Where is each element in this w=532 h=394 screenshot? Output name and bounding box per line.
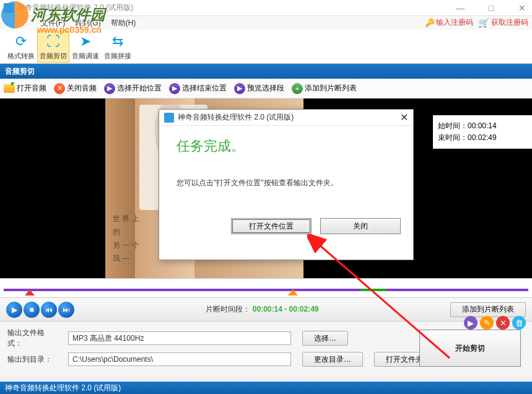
list-trash-icon[interactable]: 🗑: [512, 316, 526, 330]
play-bar: ▶ ■ ⏮ ⏭ 片断时间段： 00:00:14 - 00:02:49 添加到片断…: [0, 298, 532, 322]
close-audio-icon: ✕: [54, 83, 65, 94]
start-time-value: 00:00:14: [468, 121, 497, 130]
speed-label: 音频调速: [72, 51, 99, 61]
list-tools: ▶ ✎ ✕ 🗑: [464, 316, 526, 330]
select-start-button[interactable]: ▶ 选择开始位置: [104, 83, 162, 94]
end-time-value: 00:02:49: [468, 133, 497, 142]
dialog-body-text: 您可以点击"打开文件位置"按钮查看输出文件夹。: [177, 178, 396, 188]
select-end-label: 选择结束位置: [182, 83, 227, 94]
splice-icon: ⇆: [109, 33, 126, 50]
dialog-close-button[interactable]: 关闭: [320, 218, 401, 234]
add-segment-label: 添加到片断列表: [462, 304, 514, 315]
enter-reg-code-link[interactable]: 🔑 输入注册码: [425, 17, 473, 28]
open-audio-button[interactable]: 打开音频: [4, 83, 46, 94]
open-file-location-button[interactable]: 打开文件位置: [231, 218, 312, 234]
menu-file[interactable]: 文件(F): [37, 17, 69, 30]
status-bar: 神奇音频转换处理软件 2.0 (试用版): [0, 382, 532, 394]
start-cut-label: 开始剪切: [455, 343, 485, 354]
play-button[interactable]: ▶: [6, 302, 22, 318]
format-label: 输出文件格式：: [7, 328, 57, 349]
output-dir-label: 输出到目录：: [7, 354, 57, 365]
end-marker[interactable]: [288, 289, 298, 296]
crop-icon: ⛶: [45, 33, 62, 50]
key-icon: 🔑: [425, 19, 434, 27]
stop-button[interactable]: ■: [24, 302, 40, 318]
change-dir-button[interactable]: 更改目录…: [302, 352, 363, 367]
section-title: 音频剪切: [5, 66, 35, 77]
splice-label: 音频拼接: [104, 51, 131, 61]
cut-label: 音频剪切: [40, 51, 67, 61]
preview-button[interactable]: ▶ 预览选择段: [234, 83, 284, 94]
menu-goto[interactable]: 转到(G): [71, 17, 104, 30]
dialog-close-icon[interactable]: ✕: [400, 112, 408, 123]
start-time-label: 始时间：: [438, 121, 468, 130]
start-pos-icon: ▶: [104, 83, 115, 94]
timeline[interactable]: [0, 278, 532, 298]
format-value: MP3 高品质 44100Hz: [68, 331, 291, 345]
menu-help[interactable]: 帮助(H): [107, 17, 140, 30]
add-icon: +: [292, 83, 303, 94]
dialog-close-label: 关闭: [353, 221, 368, 232]
minimize-button[interactable]: —: [454, 2, 466, 14]
next-button[interactable]: ⏭: [58, 302, 74, 318]
start-marker[interactable]: [25, 289, 35, 296]
open-location-label: 打开文件位置: [249, 221, 294, 232]
speed-icon: ➤: [77, 33, 94, 50]
timeline-track: [4, 289, 528, 291]
enter-reg-label: 输入注册码: [436, 17, 473, 28]
dialog-app-icon: [164, 113, 174, 123]
cart-icon: 🛒: [478, 18, 489, 28]
list-edit-icon[interactable]: ✎: [480, 316, 494, 330]
range-label: 片断时间段: [206, 305, 243, 313]
title-bar: 神奇音频转换处理软件 2.0 (试用版) — □ ✕: [0, 0, 532, 16]
end-time-label: 束时间：: [438, 133, 468, 142]
range-value: 00:00:14 - 00:02:49: [253, 305, 319, 313]
dialog-title: 神奇音频转换处理软件 2.0 (试用版): [178, 112, 400, 123]
get-reg-code-link[interactable]: 🛒 获取注册码: [478, 17, 528, 28]
list-delete-icon[interactable]: ✕: [496, 316, 510, 330]
get-reg-label: 获取注册码: [491, 17, 528, 28]
tool-audio-speed[interactable]: ➤ 音频调速: [69, 30, 102, 63]
open-audio-label: 打开音频: [17, 83, 46, 94]
dialog-titlebar: 神奇音频转换处理软件 2.0 (试用版) ✕: [159, 110, 413, 126]
add-to-list-button[interactable]: + 添加到片断列表: [292, 83, 357, 94]
convert-label: 格式转换: [7, 51, 35, 61]
folder-open-icon: [4, 84, 15, 93]
select-end-button[interactable]: ▶ 选择结束位置: [169, 83, 227, 94]
preview-label: 预览选择段: [247, 83, 284, 94]
format-select-button[interactable]: 选择…: [302, 331, 348, 346]
convert-icon: ⟳: [12, 33, 30, 50]
main-toolbar: ⟳ 格式转换 ⛶ 音频剪切 ➤ 音频调速 ⇆ 音频拼接: [0, 30, 532, 64]
tool-format-convert[interactable]: ⟳ 格式转换: [5, 30, 37, 63]
end-pos-icon: ▶: [169, 83, 180, 94]
dialog-heading: 任务完成。: [177, 137, 396, 155]
tool-audio-splice[interactable]: ⇆ 音频拼接: [102, 30, 134, 63]
prev-button[interactable]: ⏮: [41, 302, 57, 318]
album-caption: 世 界 上 的 另 一 个 我 —: [113, 212, 139, 266]
output-dir-value: C:\Users\pc\Documents\: [68, 352, 291, 366]
window-title: 神奇音频转换处理软件 2.0 (试用版): [17, 2, 454, 13]
preview-icon: ▶: [234, 83, 245, 94]
list-play-icon[interactable]: ▶: [464, 316, 477, 330]
segment-info-panel: 始时间：00:00:14 束时间：00:02:49: [433, 115, 532, 149]
add-to-list-label: 添加到片断列表: [305, 83, 357, 94]
action-bar: 打开音频 ✕ 关闭音频 ▶ 选择开始位置 ▶ 选择结束位置 ▶ 预览选择段 + …: [0, 79, 532, 98]
close-audio-label: 关闭音频: [67, 83, 97, 94]
task-complete-dialog: 神奇音频转换处理软件 2.0 (试用版) ✕ 任务完成。 您可以点击"打开文件位…: [159, 109, 414, 260]
status-text: 神奇音频转换处理软件 2.0 (试用版): [5, 383, 121, 393]
tool-audio-cut[interactable]: ⛶ 音频剪切: [37, 30, 69, 63]
maximize-button[interactable]: □: [485, 2, 497, 14]
close-audio-button[interactable]: ✕ 关闭音频: [54, 83, 97, 94]
select-start-label: 选择开始位置: [117, 83, 162, 94]
section-header: 音频剪切: [0, 64, 532, 79]
start-cut-button[interactable]: 开始剪切: [419, 330, 521, 367]
app-icon: [4, 3, 14, 13]
range-display: 片断时间段： 00:00:14 - 00:02:49: [83, 304, 442, 315]
add-segment-button[interactable]: 添加到片断列表: [450, 302, 526, 317]
close-button[interactable]: ✕: [516, 2, 528, 14]
